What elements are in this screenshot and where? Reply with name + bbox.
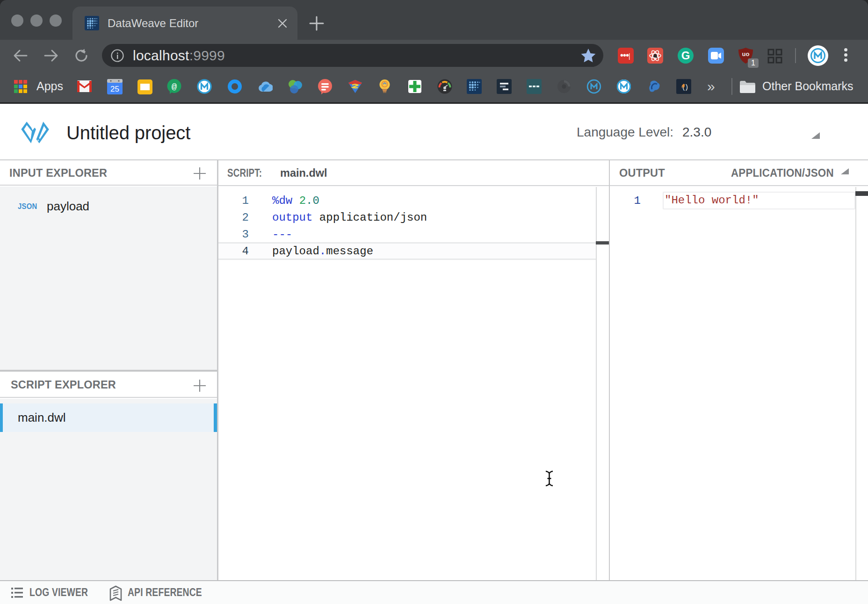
svg-text:25: 25 xyxy=(110,85,119,93)
svg-text:uo: uo xyxy=(742,50,750,58)
svg-text:): ) xyxy=(684,84,688,92)
svg-text:@: @ xyxy=(172,82,177,92)
